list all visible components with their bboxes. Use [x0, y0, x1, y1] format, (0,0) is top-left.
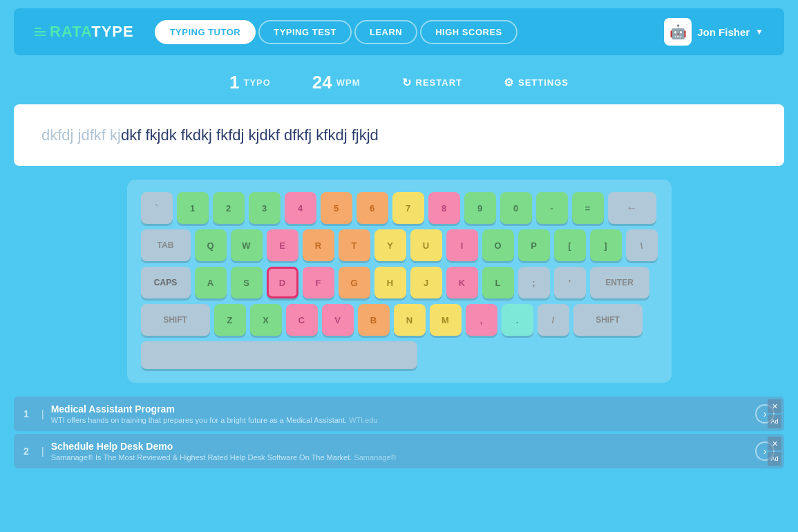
remaining-text: dkf fkjdk fkdkj fkfdj kjdkf dfkfj kfkdj …: [121, 126, 379, 144]
key-x[interactable]: X: [250, 304, 282, 336]
ad-1-number: 1: [23, 408, 35, 419]
key-j[interactable]: J: [410, 267, 442, 298]
settings-icon: ⚙: [504, 76, 514, 89]
key-tab[interactable]: TAB: [141, 229, 191, 261]
wpm-count: 24: [312, 72, 332, 93]
key-space[interactable]: [141, 341, 417, 369]
key-comma[interactable]: ,: [466, 304, 497, 336]
key-equals[interactable]: =: [572, 192, 604, 224]
typo-count: 1: [229, 72, 239, 93]
key-backslash[interactable]: \: [626, 229, 658, 261]
logo-icon: [35, 28, 46, 36]
key-6[interactable]: 6: [357, 192, 388, 224]
ad-2-title[interactable]: Schedule Help Desk Demo: [51, 441, 748, 452]
ad-2-content: Schedule Help Desk Demo Samanage® Is The…: [51, 441, 748, 462]
key-p[interactable]: P: [518, 229, 550, 261]
key-t[interactable]: T: [339, 229, 370, 261]
nav-high-scores[interactable]: HIGH SCORES: [420, 20, 517, 44]
key-z[interactable]: Z: [214, 304, 246, 336]
key-0[interactable]: 0: [500, 192, 532, 224]
key-d[interactable]: D: [267, 267, 298, 298]
key-g[interactable]: G: [339, 267, 370, 298]
key-v[interactable]: V: [322, 304, 354, 336]
key-1[interactable]: 1: [177, 192, 209, 224]
key-h[interactable]: H: [374, 267, 406, 298]
key-shift-left[interactable]: SHIFT: [141, 304, 210, 336]
ad-2-number: 2: [23, 446, 35, 457]
keyboard-container: ` 1 2 3 4 5 6 7 8 9 0 - = ← TAB Q W E R …: [0, 180, 798, 383]
ad-2-desc: Samanage® Is The Most Reviewed & Highest…: [51, 453, 748, 462]
typed-text: dkfdj jdfkf kj: [41, 126, 121, 144]
key-quote[interactable]: ': [554, 267, 586, 298]
key-m[interactable]: M: [430, 304, 462, 336]
key-u[interactable]: U: [410, 229, 442, 261]
ad-1-source[interactable]: WTI.edu: [349, 416, 378, 424]
ad-1-title[interactable]: Medical Assistant Program: [51, 403, 748, 415]
key-b[interactable]: B: [358, 304, 390, 336]
key-a[interactable]: A: [195, 267, 227, 298]
key-r[interactable]: R: [303, 229, 334, 261]
nav-typing-test[interactable]: TYPING TEST: [258, 20, 352, 44]
key-backspace[interactable]: ←: [608, 192, 656, 224]
key-f[interactable]: F: [303, 267, 334, 298]
settings-button[interactable]: ⚙ SETTINGS: [504, 76, 569, 89]
main-nav: TYPING TUTOR TYPING TEST LEARN HIGH SCOR…: [155, 20, 665, 44]
key-5[interactable]: 5: [321, 192, 352, 224]
ad-2-source[interactable]: Samanage®: [354, 453, 396, 462]
key-y[interactable]: Y: [374, 229, 406, 261]
key-l[interactable]: L: [482, 267, 514, 298]
key-shift-right[interactable]: SHIFT: [573, 304, 643, 336]
logo-text: RATATYPE: [50, 23, 134, 41]
key-period[interactable]: .: [502, 304, 533, 336]
key-w[interactable]: W: [231, 229, 263, 261]
restart-label: RESTART: [416, 77, 462, 88]
restart-button[interactable]: ↻ RESTART: [402, 76, 462, 89]
header: RATATYPE TYPING TUTOR TYPING TEST LEARN …: [14, 8, 784, 55]
key-backtick[interactable]: `: [141, 192, 173, 224]
key-c[interactable]: C: [286, 304, 318, 336]
typo-stat: 1 TYPO: [229, 72, 271, 93]
key-k[interactable]: K: [446, 267, 478, 298]
key-q[interactable]: Q: [195, 229, 227, 261]
stats-bar: 1 TYPO 24 WPM ↻ RESTART ⚙ SETTINGS: [0, 64, 798, 102]
key-minus[interactable]: -: [536, 192, 568, 224]
key-row-qwerty: TAB Q W E R T Y U I O P [ ] \: [141, 229, 658, 261]
key-semicolon[interactable]: ;: [518, 267, 550, 298]
wpm-stat: 24 WPM: [312, 72, 361, 93]
ads-section: 1 | Medical Assistant Program WTI offers…: [14, 397, 784, 468]
ad-2-close[interactable]: ✕: [768, 437, 781, 450]
logo: RATATYPE: [35, 23, 134, 41]
key-lbracket[interactable]: [: [554, 229, 586, 261]
user-area: 🤖 Jon Fisher ▼: [664, 18, 763, 46]
nav-typing-tutor[interactable]: TYPING TUTOR: [155, 20, 256, 44]
key-3[interactable]: 3: [249, 192, 281, 224]
user-dropdown-arrow[interactable]: ▼: [755, 27, 763, 37]
key-2[interactable]: 2: [213, 192, 245, 224]
avatar: 🤖: [664, 18, 692, 46]
key-4[interactable]: 4: [285, 192, 316, 224]
key-n[interactable]: N: [394, 304, 426, 336]
key-row-zxcv: SHIFT Z X C V B N M , . / SHIFT: [141, 304, 658, 336]
ad-1-content: Medical Assistant Program WTI offers han…: [51, 403, 748, 424]
key-row-space: [141, 341, 658, 369]
key-8[interactable]: 8: [428, 192, 460, 224]
key-row-numbers: ` 1 2 3 4 5 6 7 8 9 0 - = ←: [141, 192, 658, 224]
nav-learn[interactable]: LEARN: [354, 20, 417, 44]
key-rbracket[interactable]: ]: [590, 229, 622, 261]
key-enter[interactable]: ENTER: [590, 267, 649, 298]
key-slash[interactable]: /: [538, 304, 569, 336]
key-9[interactable]: 9: [464, 192, 496, 224]
wpm-label: WPM: [336, 77, 361, 88]
ad-1-close[interactable]: ✕: [768, 399, 781, 413]
key-i[interactable]: I: [446, 229, 478, 261]
restart-icon: ↻: [402, 76, 412, 89]
key-s[interactable]: S: [231, 267, 263, 298]
key-caps[interactable]: CAPS: [141, 267, 191, 298]
ad-item-1: 1 | Medical Assistant Program WTI offers…: [14, 397, 784, 431]
keyboard: ` 1 2 3 4 5 6 7 8 9 0 - = ← TAB Q W E R …: [127, 180, 672, 383]
username: Jon Fisher: [697, 26, 750, 38]
ad-1-desc: WTI offers hands on training that prepar…: [51, 416, 748, 424]
key-o[interactable]: O: [482, 229, 514, 261]
key-7[interactable]: 7: [392, 192, 424, 224]
key-e[interactable]: E: [267, 229, 298, 261]
